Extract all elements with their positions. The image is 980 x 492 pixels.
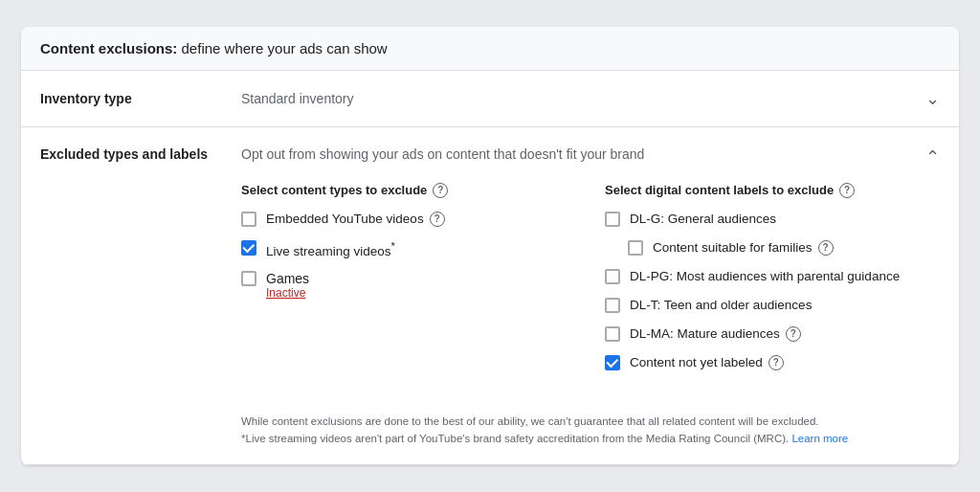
games-inactive-status[interactable]: Inactive (266, 286, 309, 300)
embedded-youtube-row: Embedded YouTube videos ? (241, 212, 576, 227)
embedded-youtube-help-icon[interactable]: ? (430, 212, 445, 227)
content-not-labeled-help-icon[interactable]: ? (768, 355, 784, 370)
footer-asterisk-note: Live streaming videos aren't part of You… (245, 433, 789, 444)
excluded-types-section: Excluded types and labels Opt out from s… (21, 127, 959, 466)
dl-g-row: DL-G: General audiences (605, 212, 940, 227)
dl-ma-row: DL-MA: Mature audiences ? (605, 326, 940, 342)
dl-g-label: DL-G: General audiences (630, 212, 776, 226)
dl-g-checkbox[interactable] (605, 212, 620, 227)
left-col-help-icon[interactable]: ? (433, 183, 448, 198)
live-streaming-checkbox[interactable] (241, 240, 256, 256)
dl-pg-label: DL-PG: Most audiences with parental guid… (630, 269, 900, 283)
embedded-youtube-label: Embedded YouTube videos ? (266, 212, 445, 227)
live-streaming-row: Live streaming videos* (241, 240, 576, 258)
content-suitable-families-row: Content suitable for families ? (605, 240, 940, 256)
inventory-type-row[interactable]: Inventory type Standard inventory ⌄ (21, 71, 959, 127)
chevron-up-icon[interactable]: ⌃ (925, 146, 940, 168)
inventory-type-label: Inventory type (40, 91, 241, 106)
left-col-title: Select content types to exclude ? (241, 183, 576, 198)
excluded-header-row: Excluded types and labels Opt out from s… (40, 146, 940, 168)
dl-pg-checkbox[interactable] (605, 269, 620, 284)
dl-t-label: DL-T: Teen and older audiences (630, 298, 812, 312)
content-suitable-families-help-icon[interactable]: ? (818, 240, 834, 256)
content-not-labeled-label: Content not yet labeled ? (630, 355, 784, 370)
footer-note: While content exclusions are done to the… (40, 399, 940, 465)
dl-ma-checkbox[interactable] (605, 326, 620, 342)
footer-main-note: While content exclusions are done to the… (241, 415, 819, 427)
card-header: Content exclusions: define where your ad… (21, 27, 959, 71)
content-columns: Select content types to exclude ? Embedd… (40, 183, 940, 384)
right-column: Select digital content labels to exclude… (605, 183, 940, 384)
dl-t-row: DL-T: Teen and older audiences (605, 298, 940, 313)
content-exclusions-card: Content exclusions: define where your ad… (21, 27, 959, 466)
excluded-description: Opt out from showing your ads on content… (241, 146, 925, 162)
content-suitable-families-label: Content suitable for families ? (653, 240, 834, 256)
right-col-title: Select digital content labels to exclude… (605, 183, 940, 198)
dl-ma-label: DL-MA: Mature audiences ? (630, 326, 801, 342)
games-label: Games (266, 271, 309, 286)
games-row: Games Inactive (241, 271, 576, 300)
learn-more-link[interactable]: Learn more (791, 433, 848, 444)
excluded-label: Excluded types and labels (40, 146, 241, 162)
live-streaming-label: Live streaming videos* (266, 240, 395, 258)
dl-pg-row: DL-PG: Most audiences with parental guid… (605, 269, 940, 284)
dl-ma-help-icon[interactable]: ? (786, 326, 801, 342)
header-title: Content exclusions: (40, 40, 177, 56)
right-col-help-icon[interactable]: ? (839, 183, 855, 198)
left-column: Select content types to exclude ? Embedd… (241, 183, 605, 384)
inventory-type-value: Standard inventory (241, 91, 925, 106)
content-suitable-families-checkbox[interactable] (628, 240, 643, 256)
header-subtitle: define where your ads can show (177, 40, 387, 56)
content-not-labeled-checkbox[interactable] (605, 355, 620, 370)
dl-t-checkbox[interactable] (605, 298, 620, 313)
games-checkbox[interactable] (241, 271, 256, 286)
games-info: Games Inactive (266, 271, 309, 300)
embedded-youtube-checkbox[interactable] (241, 212, 256, 227)
chevron-down-icon: ⌄ (925, 88, 940, 109)
content-not-labeled-row: Content not yet labeled ? (605, 355, 940, 370)
